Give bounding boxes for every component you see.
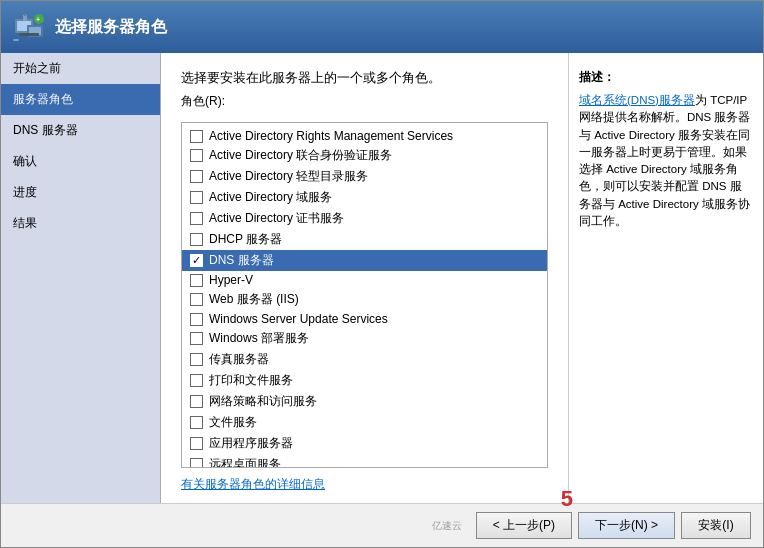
role-label-text: Web 服务器 (IIS) xyxy=(209,291,299,308)
window-title: 选择服务器角色 xyxy=(55,17,167,38)
role-label: 角色(R): xyxy=(181,93,548,110)
role-item[interactable]: Web 服务器 (IIS) xyxy=(182,289,547,310)
role-label-text: Active Directory 域服务 xyxy=(209,189,332,206)
title-bar: + 选择服务器角色 xyxy=(1,1,763,53)
step5-annotation: 5 xyxy=(561,486,573,512)
sidebar: 开始之前 服务器角色 DNS 服务器 确认 进度 结果 xyxy=(1,53,161,503)
role-item[interactable]: 传真服务器 xyxy=(182,349,547,370)
sidebar-item-before-start[interactable]: 开始之前 xyxy=(1,53,160,84)
svg-rect-7 xyxy=(13,39,19,41)
role-item[interactable]: Active Directory 联合身份验证服务 xyxy=(182,145,547,166)
checkbox[interactable] xyxy=(190,170,203,183)
role-label-text: 文件服务 xyxy=(209,414,257,431)
role-item[interactable]: 应用程序服务器 xyxy=(182,433,547,454)
role-label-text: Windows Server Update Services xyxy=(209,312,388,326)
role-label-text: DHCP 服务器 xyxy=(209,231,282,248)
description-title: 描述： xyxy=(579,69,753,86)
role-item[interactable]: 打印和文件服务 xyxy=(182,370,547,391)
svg-rect-6 xyxy=(19,33,39,36)
checkbox[interactable] xyxy=(190,332,203,345)
role-item[interactable]: 远程桌面服务 xyxy=(182,454,547,468)
role-item[interactable]: 文件服务 xyxy=(182,412,547,433)
footer: 亿速云 < 上一步(P) 下一步(N) > 安装(I) 5 xyxy=(1,503,763,547)
role-label-text: 网络策略和访问服务 xyxy=(209,393,317,410)
next-button[interactable]: 下一步(N) > xyxy=(578,512,675,539)
checkbox[interactable] xyxy=(190,395,203,408)
checkbox[interactable] xyxy=(190,416,203,429)
info-link[interactable]: 有关服务器角色的详细信息 xyxy=(181,476,548,493)
sidebar-item-dns[interactable]: DNS 服务器 xyxy=(1,115,160,146)
sidebar-item-progress[interactable]: 进度 xyxy=(1,177,160,208)
watermark: 亿速云 xyxy=(432,519,462,533)
description-text: 域名系统(DNS)服务器为 TCP/IP 网络提供名称解析。DNS 服务器与 A… xyxy=(579,92,753,230)
content-header: 选择要安装在此服务器上的一个或多个角色。 角色(R): xyxy=(181,69,548,114)
checkbox[interactable] xyxy=(190,130,203,143)
role-item[interactable]: Windows 部署服务 xyxy=(182,328,547,349)
role-label-text: 传真服务器 xyxy=(209,351,269,368)
role-item[interactable]: Active Directory 证书服务 xyxy=(182,208,547,229)
role-label-text: Windows 部署服务 xyxy=(209,330,309,347)
sidebar-item-result[interactable]: 结果 xyxy=(1,208,160,239)
main-content: 开始之前 服务器角色 DNS 服务器 确认 进度 结果 选择要安装在此服务器上的… xyxy=(1,53,763,503)
role-label-text: 应用程序服务器 xyxy=(209,435,293,452)
checkbox[interactable] xyxy=(190,212,203,225)
role-label-text: 远程桌面服务 xyxy=(209,456,281,468)
main-window: + 选择服务器角色 开始之前 服务器角色 DNS 服务器 确认 进度 结果 选择… xyxy=(0,0,764,548)
role-label-text: Active Directory 轻型目录服务 xyxy=(209,168,368,185)
svg-text:+: + xyxy=(36,16,40,23)
content-scroll-area: Active Directory Rights Management Servi… xyxy=(181,122,548,493)
svg-rect-5 xyxy=(24,13,26,16)
role-item[interactable]: Active Directory Rights Management Servi… xyxy=(182,127,547,145)
description-link[interactable]: 域名系统(DNS)服务器 xyxy=(579,94,695,106)
window-icon: + xyxy=(13,11,45,43)
role-item[interactable]: Hyper-V xyxy=(182,271,547,289)
content-area: 选择要安装在此服务器上的一个或多个角色。 角色(R): Active Direc… xyxy=(161,53,568,503)
role-label-text: Active Directory Rights Management Servi… xyxy=(209,129,453,143)
checkbox[interactable] xyxy=(190,293,203,306)
content-instruction: 选择要安装在此服务器上的一个或多个角色。 xyxy=(181,69,548,87)
role-label-text: DNS 服务器 xyxy=(209,252,274,269)
role-label-text: 打印和文件服务 xyxy=(209,372,293,389)
install-button[interactable]: 安装(I) xyxy=(681,512,751,539)
checkbox[interactable] xyxy=(190,233,203,246)
role-item[interactable]: Active Directory 轻型目录服务 xyxy=(182,166,547,187)
role-item[interactable]: Active Directory 域服务 xyxy=(182,187,547,208)
role-item[interactable]: 网络策略和访问服务 xyxy=(182,391,547,412)
role-label-text: Active Directory 联合身份验证服务 xyxy=(209,147,392,164)
checkbox[interactable] xyxy=(190,274,203,287)
checkbox[interactable] xyxy=(190,191,203,204)
role-item[interactable]: Windows Server Update Services xyxy=(182,310,547,328)
checkbox[interactable]: ✓ xyxy=(190,254,203,267)
checkbox[interactable] xyxy=(190,313,203,326)
roles-list[interactable]: Active Directory Rights Management Servi… xyxy=(181,122,548,468)
checkbox[interactable] xyxy=(190,437,203,450)
role-label-text: Hyper-V xyxy=(209,273,253,287)
role-label-text: Active Directory 证书服务 xyxy=(209,210,344,227)
role-item[interactable]: ✓DNS 服务器4 xyxy=(182,250,547,271)
sidebar-item-server-roles[interactable]: 服务器角色 xyxy=(1,84,160,115)
description-panel: 描述： 域名系统(DNS)服务器为 TCP/IP 网络提供名称解析。DNS 服务… xyxy=(568,53,763,503)
role-item[interactable]: DHCP 服务器 xyxy=(182,229,547,250)
checkbox[interactable] xyxy=(190,374,203,387)
checkbox[interactable] xyxy=(190,149,203,162)
back-button[interactable]: < 上一步(P) xyxy=(476,512,572,539)
checkbox[interactable] xyxy=(190,458,203,468)
checkbox[interactable] xyxy=(190,353,203,366)
sidebar-item-confirm[interactable]: 确认 xyxy=(1,146,160,177)
